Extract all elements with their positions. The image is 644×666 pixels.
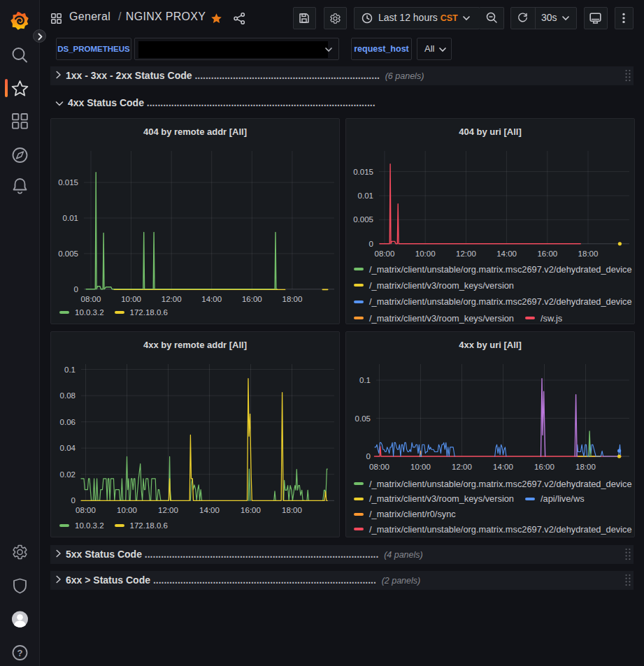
svg-text:0.01: 0.01	[358, 191, 373, 200]
svg-text:14:00: 14:00	[201, 295, 222, 303]
svg-text:08:00: 08:00	[81, 295, 101, 303]
svg-text:0.015: 0.015	[353, 168, 373, 176]
svg-text:10:00: 10:00	[121, 295, 141, 303]
svg-text:10:00: 10:00	[415, 249, 436, 258]
svg-text:0.005: 0.005	[353, 215, 373, 224]
svg-text:10:00: 10:00	[117, 506, 137, 514]
svg-text:0: 0	[369, 240, 373, 248]
svg-text:0.015: 0.015	[58, 178, 78, 187]
svg-text:0.06: 0.06	[60, 418, 76, 426]
svg-text:14:00: 14:00	[496, 249, 517, 258]
svg-text:18:00: 18:00	[282, 295, 303, 303]
svg-text:16:00: 16:00	[537, 249, 557, 258]
svg-text:08:00: 08:00	[375, 249, 395, 258]
svg-text:12:00: 12:00	[456, 249, 476, 258]
svg-text:12:00: 12:00	[158, 506, 178, 514]
svg-text:0: 0	[366, 452, 371, 461]
svg-text:14:00: 14:00	[199, 506, 220, 514]
svg-text:08:00: 08:00	[369, 463, 389, 471]
svg-text:10:00: 10:00	[410, 463, 431, 471]
svg-text:16:00: 16:00	[534, 463, 554, 471]
svg-text:14:00: 14:00	[493, 463, 513, 471]
svg-text:0: 0	[71, 496, 76, 505]
svg-text:0.1: 0.1	[64, 365, 76, 374]
svg-text:0.005: 0.005	[58, 249, 78, 258]
svg-text:0: 0	[74, 285, 78, 294]
svg-text:18:00: 18:00	[578, 249, 599, 258]
svg-text:0.04: 0.04	[60, 444, 76, 452]
svg-text:0.05: 0.05	[355, 414, 371, 423]
svg-text:16:00: 16:00	[242, 295, 262, 303]
svg-text:?: ?	[17, 648, 23, 658]
svg-text:0.01: 0.01	[63, 214, 78, 222]
svg-text:0.02: 0.02	[60, 470, 76, 479]
svg-text:12:00: 12:00	[162, 295, 182, 303]
svg-text:16:00: 16:00	[241, 506, 261, 514]
svg-text:08:00: 08:00	[76, 506, 96, 514]
svg-text:18:00: 18:00	[575, 463, 596, 471]
svg-text:18:00: 18:00	[282, 506, 302, 514]
svg-text:12:00: 12:00	[452, 463, 472, 471]
svg-text:0.1: 0.1	[359, 376, 371, 384]
svg-text:0.08: 0.08	[60, 391, 76, 400]
